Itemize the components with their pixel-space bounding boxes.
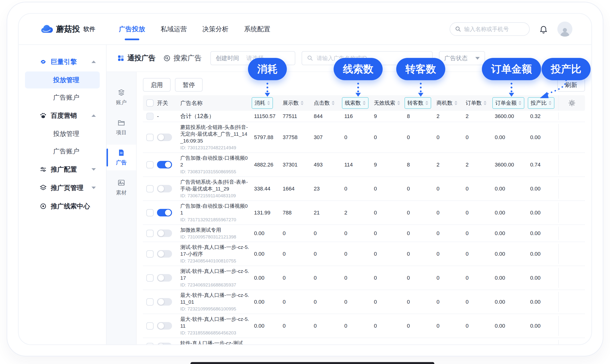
row-switch[interactable] <box>157 185 172 192</box>
row-switch[interactable] <box>157 343 172 344</box>
metric-cell: 0.00 <box>494 230 529 236</box>
metric-cell: 0.00 <box>494 134 529 141</box>
callout-pill: 转客数 <box>396 58 445 80</box>
level-projects[interactable]: 项目 <box>107 115 136 140</box>
row-switch[interactable] <box>157 274 172 282</box>
ad-document-icon <box>117 149 125 156</box>
nav-system-config[interactable]: 系统配置 <box>244 21 271 37</box>
sidebar-group-promo-config[interactable]: 推广配置 <box>19 160 106 179</box>
nav-ad-delivery[interactable]: 广告投放 <box>118 21 146 37</box>
bell-icon[interactable] <box>539 25 548 34</box>
sort-icon[interactable] <box>332 101 335 105</box>
metric-cell: 0 <box>436 210 465 216</box>
level-switcher: 账户 项目 <box>107 72 137 344</box>
metric-cell: 0 <box>373 299 406 305</box>
column-header-conversions[interactable]: 转客数 <box>406 97 436 109</box>
callout-cost: 消耗 <box>248 58 287 97</box>
app-logo: 蘑菇投 软件 <box>40 24 95 35</box>
column-header-cost[interactable]: 消耗 <box>253 97 282 109</box>
tab-search-ads[interactable]: 搜索广告 <box>163 53 202 63</box>
column-header-leads[interactable]: 线索数 <box>343 97 373 109</box>
row-switch[interactable] <box>157 133 172 141</box>
grid-squares-icon <box>117 54 125 62</box>
ad-status-select[interactable]: 广告状态 <box>439 51 485 65</box>
ad-id: ID: 7308371031550869555 <box>180 169 249 175</box>
header-search[interactable] <box>450 22 530 36</box>
header-search-input[interactable] <box>464 26 524 32</box>
sort-icon[interactable] <box>455 101 458 105</box>
metric-cell: 0.00 <box>529 186 558 192</box>
level-materials[interactable]: 素材 <box>107 175 136 200</box>
sidebar-group-promo-pages[interactable]: 推广页管理 <box>19 179 106 197</box>
sort-icon[interactable] <box>425 101 428 105</box>
sidebar-group-baidu-marketing[interactable]: 百度营销 <box>19 106 106 125</box>
select-all-checkbox[interactable] <box>146 99 153 107</box>
row-checkbox[interactable] <box>146 322 153 330</box>
column-header-impressions[interactable]: 展示数 <box>282 98 313 108</box>
metric-cell: 0.00 <box>529 210 558 216</box>
metric-cell: 5797.88 <box>253 134 282 141</box>
column-header-order-amount[interactable]: 订单金额 <box>494 97 529 109</box>
metric-cell: 0 <box>373 230 406 236</box>
metric-cell: 493 <box>313 162 343 168</box>
row-switch[interactable] <box>157 161 172 169</box>
sort-icon[interactable] <box>267 101 270 105</box>
level-accounts[interactable]: 账户 <box>107 85 136 110</box>
row-switch[interactable] <box>157 298 172 306</box>
row-switch[interactable] <box>157 230 172 237</box>
row-switch[interactable] <box>157 250 172 258</box>
column-header-clicks[interactable]: 点击数 <box>313 98 343 108</box>
avatar[interactable] <box>557 22 572 37</box>
sort-icon[interactable] <box>301 101 304 105</box>
row-switch[interactable] <box>157 209 172 216</box>
enable-button[interactable]: 启用 <box>143 78 171 91</box>
row-checkbox[interactable] <box>146 343 153 345</box>
metric-cell: 0 <box>465 251 494 257</box>
row-checkbox[interactable] <box>146 209 153 216</box>
sidebar: 巨量引擎 投放管理 广告账户 百度营销 投放管理 广告账户 <box>19 45 107 344</box>
sidebar-item-delivery-management[interactable]: 投放管理 <box>25 71 100 89</box>
metric-cell: 0 <box>436 230 465 236</box>
sort-icon[interactable] <box>363 101 366 105</box>
app-window: 蘑菇投 软件 广告投放 私域运营 决策分析 系统配置 <box>18 13 592 345</box>
metric-cell: 0.00 <box>494 323 529 329</box>
ocean-engine-icon <box>40 58 47 65</box>
callout-pill: 线索数 <box>334 58 383 80</box>
row-checkbox[interactable] <box>146 250 153 258</box>
sort-icon[interactable] <box>518 101 521 105</box>
row-checkbox[interactable] <box>146 298 153 306</box>
row-checkbox[interactable] <box>146 134 153 141</box>
level-ads[interactable]: 广告 <box>107 145 136 170</box>
column-header-invalid-leads[interactable]: 无效线索 <box>373 98 406 108</box>
metric-cell: 0 <box>465 230 494 236</box>
sidebar-group-label: 百度营销 <box>51 111 77 120</box>
sidebar-item-ad-accounts[interactable]: 广告账户 <box>25 89 100 106</box>
metric-cell: 4882.26 <box>253 162 282 168</box>
summary-row: - 合计（12条） 11150.57 77511 844 116 9 8 2 2 <box>143 111 585 122</box>
column-header-orders[interactable]: 订单数 <box>465 98 494 108</box>
row-checkbox[interactable] <box>146 185 153 192</box>
sort-icon[interactable] <box>484 101 486 105</box>
tab-general-ads[interactable]: 通投广告 <box>117 53 155 63</box>
row-checkbox[interactable] <box>146 230 153 237</box>
column-header-opportunities[interactable]: 商机数 <box>436 98 465 108</box>
metric-cell: 8 <box>406 113 436 119</box>
table-row: 最大-软件-真人口播-一步-cz-5.11 ID: 72318558668564… <box>143 314 585 338</box>
pause-button[interactable]: 暂停 <box>175 78 203 91</box>
table-row: 最大-软件-真人口播-一步-cz-5.11_01 ID: 72321099956… <box>143 290 585 314</box>
row-checkbox[interactable] <box>146 274 153 282</box>
sort-icon[interactable] <box>397 101 400 105</box>
sidebar-item-baidu-ad-accounts[interactable]: 广告账户 <box>25 143 100 160</box>
curved-arrow-icon <box>533 80 586 102</box>
nav-private-domain[interactable]: 私域运营 <box>160 21 187 37</box>
row-checkbox[interactable] <box>146 161 153 169</box>
sidebar-group-leads-center[interactable]: 推广线索中心 <box>19 197 106 215</box>
sidebar-group-ocean-engine[interactable]: 巨量引擎 <box>19 52 106 71</box>
metric-cell: 0 <box>373 343 406 345</box>
metric-cell: 0.00 <box>253 299 282 305</box>
sidebar-item-baidu-delivery-management[interactable]: 投放管理 <box>25 125 100 142</box>
nav-decision-analysis[interactable]: 决策分析 <box>202 21 229 37</box>
metric-cell: 0.00 <box>253 251 282 257</box>
row-switch[interactable] <box>157 322 172 330</box>
metric-cell: 0 <box>282 323 313 329</box>
